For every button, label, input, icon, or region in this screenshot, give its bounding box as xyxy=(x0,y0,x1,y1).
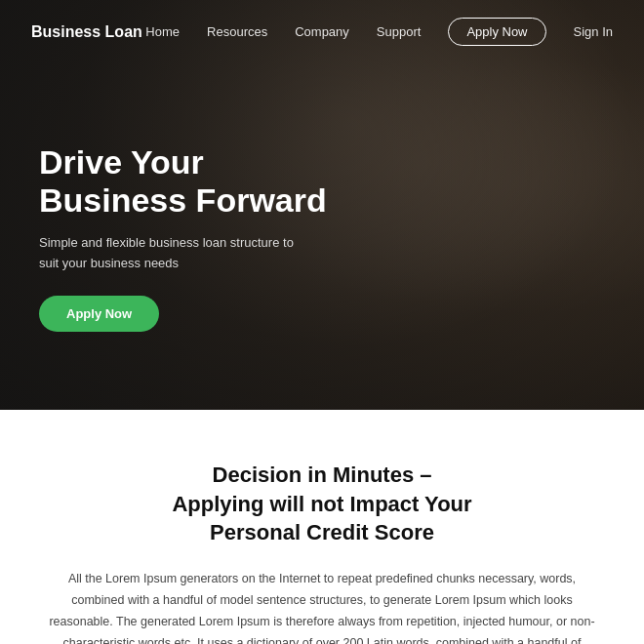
nav-home[interactable]: Home xyxy=(145,24,180,39)
nav-signin[interactable]: Sign In xyxy=(574,24,613,39)
nav-links: Home Resources Company Support Apply Now… xyxy=(145,18,613,46)
hero-title: Drive Your Business Forward xyxy=(39,143,351,220)
info-section: Decision in Minutes –Applying will not I… xyxy=(0,410,644,644)
hero-section: Business Loan Home Resources Company Sup… xyxy=(0,0,644,410)
hero-content: Drive Your Business Forward Simple and f… xyxy=(39,143,351,332)
nav-apply-button[interactable]: Apply Now xyxy=(448,18,545,46)
nav-company[interactable]: Company xyxy=(295,24,349,39)
section-body: All the Lorem Ipsum generators on the In… xyxy=(49,569,595,644)
hero-subtitle: Simple and flexible business loan struct… xyxy=(39,233,302,274)
navbar: Business Loan Home Resources Company Sup… xyxy=(0,0,644,63)
section-title: Decision in Minutes –Applying will not I… xyxy=(39,461,605,547)
hero-apply-button[interactable]: Apply Now xyxy=(39,296,159,332)
nav-support[interactable]: Support xyxy=(377,24,422,39)
nav-resources[interactable]: Resources xyxy=(207,24,267,39)
brand-logo: Business Loan xyxy=(31,23,142,41)
